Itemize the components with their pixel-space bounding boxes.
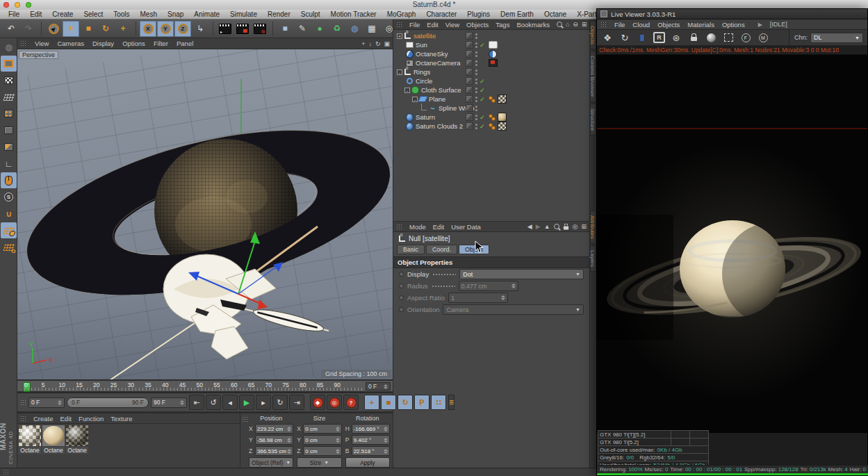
keyframe-radio-icon[interactable] xyxy=(399,295,404,300)
property-row-radius[interactable]: Radius0.477 cm xyxy=(393,280,589,292)
lv-menu-objects[interactable]: Objects xyxy=(657,21,680,28)
visibility-dots[interactable] xyxy=(475,60,477,66)
new-panel-icon[interactable]: ⊞ xyxy=(582,21,587,28)
axis-mode-button[interactable]: ∟ xyxy=(1,156,17,172)
rotate-view-icon[interactable]: ↻ xyxy=(375,40,381,47)
side-tab-objects[interactable]: Objects xyxy=(590,21,596,49)
render-view-button[interactable] xyxy=(217,21,234,37)
display-toggle[interactable] xyxy=(466,86,473,94)
enabled-check-icon[interactable]: ✓ xyxy=(480,42,486,49)
zoom-view-icon[interactable]: ↓ xyxy=(368,40,372,47)
key-position-button[interactable]: + xyxy=(364,395,379,410)
reset-button[interactable]: R xyxy=(653,32,665,43)
menu-item-tools[interactable]: Tools xyxy=(113,10,129,18)
workplane-o-button[interactable]: O xyxy=(1,239,17,255)
attr-menu-edit[interactable]: Edit xyxy=(433,223,444,231)
restart-render-button[interactable]: ↻ xyxy=(619,31,631,44)
coord-field-position-x[interactable]: 229.22 cm xyxy=(255,424,293,434)
edges-mode-button[interactable] xyxy=(1,122,17,138)
keyframe-radio-icon[interactable] xyxy=(399,307,404,312)
play-reverse-button[interactable]: ↺ xyxy=(206,395,221,410)
menu-overflow-icon[interactable]: ▶ xyxy=(758,22,762,28)
visibility-dots[interactable] xyxy=(475,88,477,93)
focus-picker-button[interactable]: F xyxy=(739,31,752,44)
object-row-saturn[interactable]: Saturn✓ xyxy=(393,113,589,122)
coord-field-rotation-h[interactable]: -166.669 ° xyxy=(352,424,390,434)
menu-item-simulate[interactable]: Simulate xyxy=(230,10,257,18)
texture-tan-tag-icon[interactable] xyxy=(498,113,507,122)
octane-logo-icon[interactable]: ❖ xyxy=(601,31,614,44)
coord-field-size-z[interactable]: 0 cm xyxy=(303,446,341,456)
panel-grip-icon[interactable] xyxy=(396,224,402,230)
menu-item-create[interactable]: Create xyxy=(52,10,73,18)
redo-button[interactable]: ↷ xyxy=(20,21,37,37)
visibility-dots[interactable] xyxy=(475,124,477,129)
target-icon[interactable]: ◎ xyxy=(573,223,578,230)
make-editable-button[interactable]: ◍ xyxy=(1,39,17,55)
side-tab-content-browser[interactable]: Content Browser xyxy=(590,51,596,102)
lv-menu-file[interactable]: File xyxy=(614,21,625,28)
last-tool-button[interactable]: + xyxy=(115,21,131,37)
menu-item-dem-earth[interactable]: Dem Earth xyxy=(500,10,534,18)
viewport-menu-view[interactable]: View xyxy=(35,40,49,47)
viewport-canvas[interactable]: Y X Perspective Grid Spacing : 100 cm xyxy=(17,49,393,379)
y-axis-button[interactable]: Y xyxy=(157,21,174,37)
enabled-check-icon[interactable]: ✓ xyxy=(480,114,486,121)
record-keyframe-button[interactable]: ◆ xyxy=(310,395,325,410)
render-picture-viewer-button[interactable] xyxy=(234,21,251,37)
display-toggle[interactable] xyxy=(466,113,473,121)
new-panel-icon[interactable]: ⊞ xyxy=(581,223,587,230)
coord-field-position-z[interactable]: 366.535 cm xyxy=(255,446,293,456)
object-row-satellite[interactable]: +satellite xyxy=(393,31,589,40)
coord-mode-dropdown-position[interactable]: Object (Rel)▼ xyxy=(249,457,293,468)
goto-end-button[interactable]: ⇥ xyxy=(289,395,304,410)
visibility-dots[interactable] xyxy=(475,106,477,111)
render-view[interactable] xyxy=(597,55,867,433)
volumes-button[interactable]: ◍ xyxy=(346,21,363,37)
previous-frame-button[interactable]: ◂ xyxy=(222,395,238,410)
menu-item-mograph[interactable]: MoGraph xyxy=(387,10,416,18)
coord-field-rotation-p[interactable]: 9.402 ° xyxy=(352,435,390,445)
rotate-button[interactable]: ↻ xyxy=(97,21,114,37)
panel-grip-icon[interactable] xyxy=(242,416,248,422)
om-menu-bookmarks[interactable]: Bookmarks xyxy=(516,21,550,28)
generators-button[interactable]: ● xyxy=(311,21,328,37)
visibility-dots[interactable] xyxy=(475,79,477,84)
channel-dropdown[interactable]: DL ▼ xyxy=(810,33,863,43)
viewport-menu-display[interactable]: Display xyxy=(92,40,114,47)
filter-icon[interactable]: ⊖ xyxy=(573,21,578,28)
display-toggle[interactable] xyxy=(466,95,473,103)
visibility-dots[interactable] xyxy=(475,33,477,39)
polygons-mode-button[interactable] xyxy=(1,139,17,155)
menu-item-motion-tracker[interactable]: Motion Tracker xyxy=(331,10,377,18)
menu-item-render[interactable]: Render xyxy=(268,10,290,18)
menu-item-animate[interactable]: Animate xyxy=(194,10,220,18)
octane-camera-tag-icon[interactable] xyxy=(489,59,498,67)
maximize-view-icon[interactable]: ▣ xyxy=(384,40,390,47)
object-row-circle[interactable]: Circle✓ xyxy=(393,76,589,85)
collapse-icon[interactable]: - xyxy=(397,69,402,75)
property-row-orientation[interactable]: OrientationCamera▼ xyxy=(393,304,589,315)
x-axis-button[interactable]: X xyxy=(140,21,156,37)
viewport-menu-cameras[interactable]: Cameras xyxy=(57,40,84,47)
next-frame-button[interactable]: ▸ xyxy=(256,395,271,410)
om-menu-edit[interactable]: Edit xyxy=(427,21,438,28)
display-toggle[interactable] xyxy=(466,32,473,40)
autokey-button[interactable]: ◎ xyxy=(327,395,342,410)
texture-checker-tag-icon[interactable] xyxy=(498,122,507,131)
key-rotation-button[interactable]: ↻ xyxy=(398,395,413,410)
display-toggle[interactable] xyxy=(466,122,473,130)
workplane-lock-button[interactable] xyxy=(1,222,17,238)
octane-light-tag-icon[interactable] xyxy=(489,41,498,49)
octane-object-tag-icon[interactable] xyxy=(489,113,496,121)
om-menu-file[interactable]: File xyxy=(409,21,420,28)
object-row-plane[interactable]: -Plane✓ xyxy=(393,95,589,104)
material-item-2[interactable]: Octane xyxy=(66,425,88,454)
mat-menu-edit[interactable]: Edit xyxy=(60,415,72,422)
home-icon[interactable]: ⌂ xyxy=(566,21,569,28)
kernel-settings-button[interactable]: ⊛ xyxy=(670,31,682,44)
coord-field-rotation-b[interactable]: 22.518 ° xyxy=(352,446,390,456)
viewport-menu-panel[interactable]: Panel xyxy=(177,40,193,47)
collapse-icon[interactable]: - xyxy=(404,88,410,93)
undo-button[interactable]: ↶ xyxy=(3,21,19,37)
